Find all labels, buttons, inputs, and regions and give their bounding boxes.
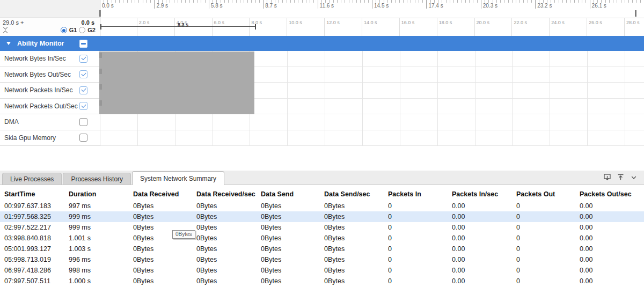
g1-radio-label: G1 <box>69 27 77 33</box>
ruler-major-tick <box>426 0 427 9</box>
table-row[interactable]: 07:997.507.5111.000 s0Bytes0Bytes0Bytes0… <box>0 276 644 286</box>
table-cell: 0Bytes <box>324 277 388 285</box>
grid-ruler[interactable]: 2.0 s4.0 s6.0 s8.0 s10.0 s12.0 s14.0 s16… <box>100 18 644 36</box>
timeline-total-label: 29.0 s + <box>3 19 24 26</box>
column-header[interactable]: Data Send/sec <box>324 190 388 198</box>
table-row[interactable]: 06:997.418.286998 ms0Bytes0Bytes0Bytes0B… <box>0 265 644 276</box>
monitor-row-checkbox[interactable] <box>79 102 87 110</box>
tab-system-network-summary[interactable]: System Network Summary <box>132 171 224 185</box>
value-tooltip: 0Bytes <box>172 230 195 239</box>
column-header[interactable]: Data Received/sec <box>196 190 261 198</box>
monitor-row-list: Network Bytes In/SecNetwork Bytes Out/Se… <box>0 51 100 146</box>
monitor-row-checkbox[interactable] <box>79 118 87 126</box>
monitor-row-label: DMA <box>4 118 19 126</box>
grid-tick-label: 2.0 s <box>139 20 150 25</box>
column-header[interactable]: Packets In/sec <box>452 190 516 198</box>
column-header[interactable]: Data Received <box>133 190 196 198</box>
table-cell: 0Bytes <box>133 277 196 285</box>
table-cell: 05:998.713.019 <box>4 256 69 263</box>
table-row[interactable]: 05:998.713.019996 ms0Bytes0Bytes0Bytes0B… <box>0 254 644 265</box>
table-cell: 0 <box>388 245 452 253</box>
data-sample-mark <box>99 100 102 106</box>
table-cell: 0.00 <box>452 277 516 285</box>
table-cell: 0.00 <box>452 256 516 263</box>
column-header[interactable]: Packets In <box>388 190 452 198</box>
table-cell: 01:997.568.325 <box>4 213 69 220</box>
chart-track-row <box>100 130 644 146</box>
ruler-major-tick <box>209 0 209 9</box>
scroll-to-top-icon[interactable] <box>617 173 625 181</box>
ability-monitor-header[interactable]: Ability Monitor <box>0 36 644 51</box>
ruler-major-tick <box>154 0 155 9</box>
grid-tick-label: 6.0 s <box>214 20 225 25</box>
column-header[interactable]: Data Send <box>261 190 324 198</box>
table-cell: 0 <box>516 256 580 263</box>
grid-tick-label: 24.0 s <box>551 20 565 25</box>
table-cell: 0Bytes <box>324 213 388 220</box>
monitor-row-checkbox[interactable] <box>79 86 87 94</box>
table-cell: 0.00 <box>452 267 516 274</box>
table-row[interactable]: 01:997.568.325999 ms0Bytes0Bytes0Bytes0B… <box>0 211 644 222</box>
data-sample-mark <box>99 69 102 74</box>
table-cell: 0.00 <box>452 202 516 210</box>
table-header-row: StartTimeDurationData ReceivedData Recei… <box>0 185 644 201</box>
column-header[interactable]: StartTime <box>4 190 69 198</box>
table-cell: 0Bytes <box>196 234 261 242</box>
chevron-down-icon[interactable] <box>4 26 8 30</box>
select-all-checkbox[interactable] <box>79 40 87 48</box>
table-cell: 06:997.418.286 <box>4 267 69 274</box>
table-cell: 0Bytes <box>196 245 261 253</box>
range-slider-track[interactable] <box>100 9 644 18</box>
timeline-start-label: 0.0 s <box>82 19 94 26</box>
table-row[interactable]: 00:997.637.183997 ms0Bytes0Bytes0Bytes0B… <box>0 201 644 211</box>
chart-track-row <box>100 114 644 130</box>
table-row[interactable]: 02:997.522.217999 ms0Bytes0Bytes0Bytes0B… <box>0 222 644 233</box>
grid-tick-label: 8.0 s <box>251 20 262 25</box>
ruler-tick-label: 11.6 s <box>320 3 334 9</box>
table-cell: 0.00 <box>452 224 516 231</box>
g1-radio[interactable] <box>61 27 67 33</box>
dock-download-icon[interactable] <box>603 173 611 181</box>
chevron-up-icon[interactable] <box>4 31 8 35</box>
time-ruler[interactable]: 0.0 s2.9 s5.8 s8.7 s11.6 s14.5 s17.4 s20… <box>100 0 644 9</box>
ruler-major-tick <box>481 0 481 9</box>
tab-live-processes[interactable]: Live Processes <box>2 173 62 185</box>
monitor-row-label: Network Packets Out/Sec <box>4 102 78 110</box>
monitor-row-checkbox[interactable] <box>79 134 87 142</box>
table-cell: 0.00 <box>580 234 644 242</box>
table-cell: 997 ms <box>69 202 133 210</box>
collapse-triangle-icon[interactable] <box>6 42 11 45</box>
table-row[interactable]: 05:001.993.1271.003 s0Bytes0Bytes0Bytes0… <box>0 244 644 254</box>
table-cell: 0Bytes <box>261 202 324 210</box>
table-cell: 0Bytes <box>196 213 261 220</box>
table-cell: 0Bytes <box>133 202 196 210</box>
column-header[interactable]: Packets Out <box>516 190 580 198</box>
table-cell: 0Bytes <box>196 202 261 210</box>
table-cell: 999 ms <box>69 213 133 220</box>
monitor-row-label: Network Packets In/Sec <box>4 86 72 94</box>
column-header[interactable]: Packets Out/sec <box>580 190 644 198</box>
ruler-major-tick <box>318 0 318 9</box>
table-cell: 0.00 <box>452 245 516 253</box>
table-cell: 0 <box>516 245 580 253</box>
monitor-row: Skia Gpu Memory <box>0 130 100 146</box>
monitor-row-checkbox[interactable] <box>79 55 87 63</box>
column-header[interactable]: Duration <box>69 190 133 198</box>
table-cell: 0.00 <box>580 267 644 274</box>
table-cell: 0Bytes <box>324 256 388 263</box>
table-row[interactable]: 03:998.840.8181.001 s0Bytes0Bytes0Bytes0… <box>0 233 644 244</box>
tab-processes-history[interactable]: Processes History <box>63 173 131 185</box>
table-cell: 0.00 <box>580 256 644 263</box>
table-cell: 0 <box>516 234 580 242</box>
monitor-row: Network Bytes In/Sec <box>0 51 100 67</box>
chart-area[interactable] <box>100 51 644 146</box>
range-handle-right[interactable] <box>635 10 636 17</box>
grid-tick-label: 22.0 s <box>514 20 527 25</box>
table-cell: 0Bytes <box>261 245 324 253</box>
timeline-selection-region[interactable] <box>99 51 254 114</box>
g2-radio[interactable] <box>79 27 85 33</box>
chevron-down-icon[interactable] <box>630 174 638 181</box>
grid-tick-label: 28.0 s <box>626 20 640 25</box>
table-cell: 0 <box>388 277 452 285</box>
monitor-row-checkbox[interactable] <box>79 70 87 78</box>
